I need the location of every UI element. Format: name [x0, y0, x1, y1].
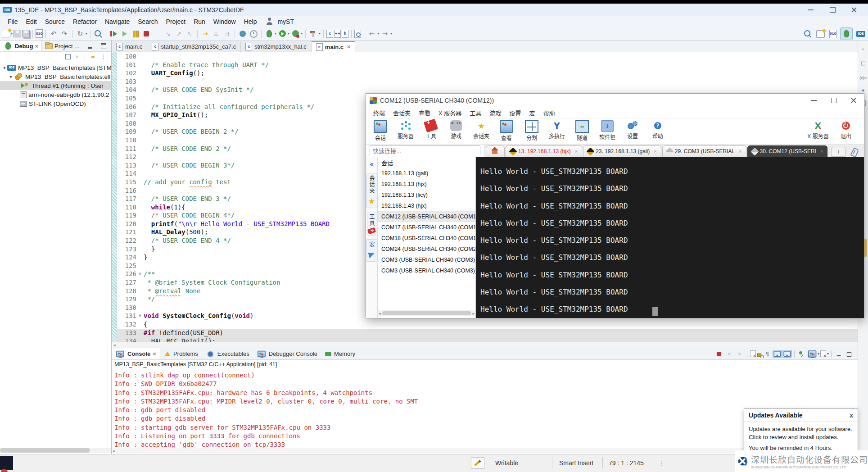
wrap-button[interactable]: ¶ [762, 349, 772, 359]
terminal-menu-终端[interactable]: 终端 [370, 108, 389, 118]
session-tab-13.[interactable]: 13. 192.168.1.13 (hjx)× [506, 145, 582, 157]
terminal-tool-帮助[interactable]: 帮助 [646, 120, 669, 140]
terminal-menu-查看[interactable]: 查看 [415, 108, 434, 118]
newh-button[interactable]: h [342, 30, 348, 38]
terminal-tool-查看[interactable]: 查看 [495, 120, 518, 141]
scroll-thumb[interactable] [382, 311, 471, 315]
monitor-button[interactable]: ▾ [807, 350, 819, 358]
terminal-close-icon[interactable] [849, 95, 859, 105]
removeall-icon[interactable]: ✕ [73, 53, 81, 61]
code-line-133[interactable]: 133#if !defined(USE_DDR) [112, 329, 858, 337]
searchdoc-button[interactable] [354, 30, 361, 38]
back-dropdown-icon[interactable]: ▾ [377, 32, 379, 36]
terminal-tool-设置[interactable]: 设置 [621, 120, 644, 140]
iarrow-icon[interactable] [89, 53, 97, 61]
close-session-icon[interactable]: × [654, 149, 656, 154]
open-perspective-button[interactable] [815, 29, 826, 39]
ming-button[interactable] [834, 349, 844, 359]
session-item[interactable]: COM17 (USB-SERIAL CH340 (COM17)) [378, 222, 475, 233]
grx-button[interactable]: ✕ [735, 349, 745, 359]
chat-button[interactable] [773, 350, 782, 358]
terminal-tool-隧道[interactable]: 隧道 [570, 120, 594, 141]
console-tab-executables[interactable]: Executables [202, 348, 253, 359]
disconnect-button[interactable] [152, 29, 162, 39]
terminal-menu-工具[interactable]: 工具 [466, 108, 485, 118]
terminal-menu-会话夹[interactable]: 会话夹 [389, 108, 414, 118]
terminal-tool-退出[interactable]: 退出 [834, 120, 858, 140]
profile-button[interactable]: ▾ [290, 29, 303, 39]
resumebp-button[interactable] [109, 29, 119, 39]
bug-button[interactable]: ▾ [264, 29, 276, 39]
terminal-tool-软件包[interactable]: 软件包 [596, 120, 619, 141]
clock-button[interactable] [249, 29, 258, 39]
newcpp-button[interactable]: ++ [334, 30, 341, 38]
code-line-132[interactable]: 132{ [112, 320, 858, 329]
quick-access-search-icon[interactable] [803, 29, 813, 39]
debug-tree-row[interactable]: arm-none-eabi-gdb (12.1.90.2 [0, 90, 111, 99]
redo-button[interactable]: ↷ [59, 29, 69, 39]
minimize-icon[interactable] [806, 5, 816, 15]
stop-button[interactable] [714, 349, 724, 359]
stop-button[interactable] [141, 29, 151, 39]
terminal-tool-游戏[interactable]: 游戏 [444, 120, 468, 140]
refresh-button[interactable]: ↻▾ [75, 29, 87, 39]
session-list-hscrollbar[interactable]: ◂ ▸ [378, 310, 475, 316]
terminal-menu-游戏[interactable]: 游戏 [486, 108, 505, 118]
session-item[interactable]: 192.168.1.13 (licy) [378, 190, 475, 200]
new-button[interactable]: ▾ [2, 30, 13, 37]
console-tab-console[interactable]: Console× [112, 348, 160, 359]
refresh-dropdown-icon[interactable]: ▾ [86, 32, 87, 36]
menu-file[interactable]: File [4, 17, 22, 26]
debug-hscrollbar[interactable] [0, 448, 111, 453]
close-tab-icon[interactable]: × [153, 350, 156, 357]
mag-button[interactable] [93, 29, 103, 39]
menu-window[interactable]: Window [209, 17, 240, 26]
chat-button[interactable] [782, 350, 792, 358]
quick-connect-input[interactable] [370, 145, 480, 156]
collapse-sidebar-icon[interactable]: « [367, 159, 377, 169]
session-item[interactable]: COM3 (USB-SERIAL CH340 (COM3)) (1) [378, 265, 475, 276]
undo-button[interactable]: ↶ [49, 29, 59, 39]
session-tab-23.[interactable]: 23. 192.168.1.13 (gali)× [583, 145, 661, 157]
clear-button[interactable] [750, 350, 756, 358]
run-button[interactable]: ▾ [277, 29, 289, 39]
fold-marker-icon[interactable]: ⊖ [136, 270, 144, 278]
session-item[interactable]: 192.168.1.43 (hjx) [378, 200, 475, 211]
close-icon[interactable] [849, 5, 859, 15]
menu-navigate[interactable]: Navigate [101, 17, 134, 26]
variables-view-icon[interactable]: (x)= [859, 76, 867, 80]
console-tab-memory[interactable]: Memory [321, 348, 359, 359]
g5-button[interactable]: ⇉ [222, 29, 232, 39]
popup-close-icon[interactable]: x [850, 412, 853, 419]
view-tab-project-[interactable]: Project ... [42, 41, 82, 51]
pause-button[interactable] [131, 29, 140, 39]
g3-button[interactable]: ↖ [185, 29, 194, 39]
close-session-icon[interactable]: × [575, 149, 578, 154]
saveall-button[interactable] [22, 30, 30, 37]
fwd-button[interactable]: →▾ [380, 29, 392, 39]
collapseall-icon[interactable] [65, 54, 71, 59]
session-item[interactable]: 192.168.1.13 (gali) [378, 168, 475, 179]
attachments-icon[interactable] [850, 147, 859, 157]
terminal-tool-会话夹[interactable]: ★会话夹 [470, 120, 493, 140]
terminal-tool-多执行[interactable]: Y多执行 [545, 120, 569, 140]
globe-button[interactable] [238, 29, 248, 39]
clear-button[interactable]: ▾ [820, 350, 829, 358]
run-dropdown-icon[interactable]: ▾ [288, 32, 289, 36]
hammer-dropdown-icon[interactable]: ▾ [319, 32, 321, 36]
maximize-icon[interactable] [827, 5, 837, 15]
terminal-screen[interactable]: Hello World - USE_STM32MP135 BOARDHello … [476, 157, 864, 318]
newc-button[interactable]: c [326, 30, 333, 38]
terminal-tool-分割[interactable]: 分割 [520, 120, 543, 141]
fwd-dropdown-icon[interactable]: ▾ [390, 32, 392, 36]
binary-button[interactable] [36, 29, 43, 38]
session-tab-30.[interactable]: 30. COM12 (USB-SERI× [747, 145, 828, 157]
editor-tab-stm32mp13xx_hal.c[interactable]: cstm32mp13xx_hal.c [241, 41, 312, 52]
console-tab-problems[interactable]: Problems [160, 348, 202, 359]
minimize-view-icon[interactable] [85, 41, 95, 51]
menu-help[interactable]: Help [240, 17, 261, 26]
sessions-rail-tab[interactable]: 会话夹 ★ [366, 173, 378, 208]
terminal-menu-X 服务器[interactable]: X 服务器 [435, 108, 465, 118]
expand-chevron-icon[interactable]: ▾ [2, 65, 7, 70]
view-tab-debug[interactable]: Debug× [0, 41, 42, 51]
